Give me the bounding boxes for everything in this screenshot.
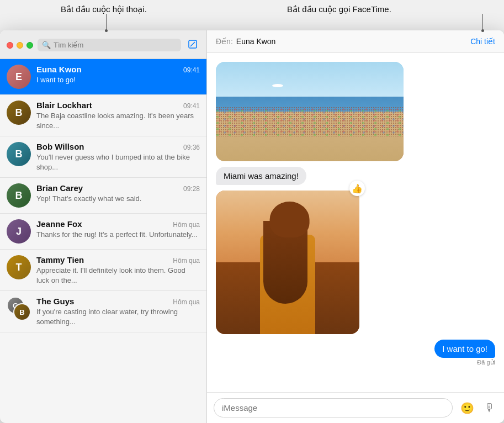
conv-preview: You'll never guess who I bumped into at … <box>36 152 200 172</box>
chat-input-area: 🙂 🎙 <box>207 392 504 423</box>
conv-preview: Yep! That's exactly what we said. <box>36 194 200 204</box>
conversation-item-blair-lockhart[interactable]: B Blair Lockhart 09:41 The Baja coastlin… <box>0 95 206 136</box>
conversation-list: E Euna Kwon 09:41 I want to go! B Blair … <box>0 59 206 423</box>
chat-area: Đến: Euna Kwon Chi tiết <box>207 30 504 423</box>
conv-name: Jeanne Fox <box>36 219 82 229</box>
conv-top: Tammy Tien Hôm qua <box>36 255 200 265</box>
conv-name: Bob Willson <box>36 142 84 151</box>
sidebar-header: 🔍 <box>0 30 206 59</box>
avatar-2: B <box>13 303 31 321</box>
conv-preview: Thanks for the rug! It's a perfect fit. … <box>36 230 200 240</box>
conv-preview: I want to go! <box>36 75 200 85</box>
conv-content: Euna Kwon 09:41 I want to go! <box>36 65 200 85</box>
conv-time: 09:41 <box>183 66 200 74</box>
conv-top: Brian Carey 09:28 <box>36 183 200 193</box>
minimize-button[interactable] <box>17 42 23 49</box>
conv-top: The Guys Hôm qua <box>36 297 200 306</box>
annotation-start-facetime: Bắt đầu cuộc gọi FaceTime. <box>287 4 391 14</box>
compose-button[interactable] <box>185 37 200 53</box>
conv-top: Jeanne Fox Hôm qua <box>36 219 200 229</box>
conv-time: Hôm qua <box>173 221 200 229</box>
recipient-name: Euna Kwon <box>236 37 276 46</box>
conv-time: 09:36 <box>183 144 200 151</box>
svg-line-1 <box>190 44 193 46</box>
close-button[interactable] <box>7 42 13 49</box>
conv-name: Tammy Tien <box>36 255 84 265</box>
conv-top: Bob Willson 09:36 <box>36 142 200 151</box>
annotation-start-conversation: Bắt đầu cuộc hội thoại. <box>61 4 147 14</box>
maximize-button[interactable] <box>26 42 33 49</box>
avatar: J <box>7 219 31 244</box>
conv-content: The Guys Hôm qua If you're casting into … <box>36 297 200 326</box>
message-input[interactable] <box>214 398 453 417</box>
detail-button[interactable]: Chi tiết <box>470 37 495 46</box>
conv-content: Bob Willson 09:36 You'll never guess who… <box>36 142 200 172</box>
mic-button[interactable]: 🎙 <box>482 399 497 416</box>
conv-name: Blair Lockhart <box>36 101 92 110</box>
conversation-item-brian-carey[interactable]: B Brian Carey 09:28 Yep! That's exactly … <box>0 178 206 214</box>
beach-photo-message <box>216 62 404 161</box>
conv-top: Euna Kwon 09:41 <box>36 65 200 74</box>
conv-preview: Appreciate it. I'll definitely look into… <box>36 266 200 285</box>
sent-text-message: I want to go! <box>434 340 495 358</box>
conv-content: Jeanne Fox Hôm qua Thanks for the rug! I… <box>36 219 200 240</box>
conv-preview: If you're casting into clear water, try … <box>36 307 200 326</box>
portrait-photo <box>216 191 359 334</box>
conv-time: 09:28 <box>183 185 200 193</box>
sent-message-group: I want to go! Đã gửi <box>434 340 495 366</box>
emoji-button[interactable]: 🙂 <box>458 399 476 417</box>
conversation-item-the-guys[interactable]: G B The Guys Hôm qua If you're casting i… <box>0 291 206 332</box>
sent-status: Đã gửi <box>434 359 495 366</box>
portrait-photo-message: 👍 <box>216 191 359 334</box>
conversation-item-tammy-tien[interactable]: T Tammy Tien Hôm qua Appreciate it. I'll… <box>0 250 206 291</box>
conv-name: Brian Carey <box>36 183 83 193</box>
conv-content: Blair Lockhart 09:41 The Baja coastline … <box>36 101 200 130</box>
svg-line-2 <box>193 42 195 44</box>
search-input[interactable] <box>54 41 177 49</box>
avatar: T <box>7 255 31 279</box>
conversation-item-jeanne-fox[interactable]: J Jeanne Fox Hôm qua Thanks for the rug!… <box>0 214 206 250</box>
annotation-line-1 <box>106 14 107 30</box>
avatar: E <box>7 65 31 89</box>
conv-time: Hôm qua <box>173 257 200 265</box>
app-window: 🔍 E Euna Kwon 09:41 I want to go! B <box>0 30 504 423</box>
conv-preview: The Baja coastline looks amazing. It's b… <box>36 111 200 130</box>
avatar: B <box>7 183 31 208</box>
conversation-item-euna-kwon[interactable]: E Euna Kwon 09:41 I want to go! <box>0 59 206 95</box>
conv-content: Tammy Tien Hôm qua Appreciate it. I'll d… <box>36 255 200 285</box>
chat-header: Đến: Euna Kwon Chi tiết <box>207 30 504 53</box>
avatar: B <box>7 142 31 166</box>
traffic-lights <box>7 42 33 49</box>
conv-top: Blair Lockhart 09:41 <box>36 101 200 110</box>
avatar: B <box>7 101 31 125</box>
conv-content: Brian Carey 09:28 Yep! That's exactly wh… <box>36 183 200 204</box>
search-icon: 🔍 <box>42 41 51 49</box>
conv-name: The Guys <box>36 297 74 306</box>
received-text-message: Miami was amazing! <box>216 167 306 185</box>
sidebar: 🔍 E Euna Kwon 09:41 I want to go! B <box>0 30 207 423</box>
conversation-item-bob-willson[interactable]: B Bob Willson 09:36 You'll never guess w… <box>0 136 206 178</box>
thumb-reaction: 👍 <box>349 181 365 196</box>
recipient-to-label: Đến: <box>216 37 233 46</box>
conv-time: Hôm qua <box>173 298 200 306</box>
annotation-line-2 <box>482 14 483 30</box>
conv-name: Euna Kwon <box>36 65 82 74</box>
group-avatar: G B <box>7 297 31 321</box>
search-bar[interactable]: 🔍 <box>38 39 181 51</box>
chat-messages: Miami was amazing! <box>207 53 504 392</box>
conv-time: 09:41 <box>183 102 200 110</box>
